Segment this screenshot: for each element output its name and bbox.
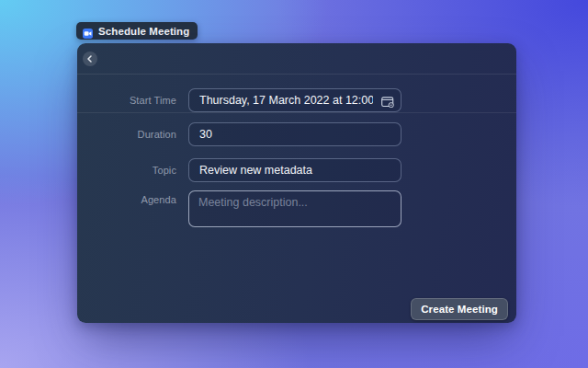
create-meeting-button[interactable]: Create Meeting	[411, 298, 508, 320]
start-time-label: Start Time	[77, 88, 176, 112]
section-divider	[77, 112, 516, 113]
window-title-badge: Schedule Meeting	[76, 22, 198, 40]
start-time-field	[188, 88, 401, 112]
topic-field	[188, 158, 401, 182]
window-header	[77, 43, 516, 75]
topic-input[interactable]	[188, 158, 401, 182]
duration-field	[188, 122, 401, 146]
desktop-background: Schedule Meeting Start Time Du	[0, 0, 588, 368]
agenda-textarea[interactable]	[188, 190, 401, 227]
schedule-meeting-window: Start Time Duration Topic Agenda Create …	[77, 43, 516, 323]
chevron-left-icon	[86, 55, 94, 63]
topic-label: Topic	[77, 158, 176, 182]
agenda-label: Agenda	[77, 194, 176, 206]
back-button[interactable]	[83, 52, 97, 66]
calendar-icon[interactable]	[381, 95, 394, 106]
duration-label: Duration	[77, 122, 176, 146]
duration-input[interactable]	[188, 122, 401, 146]
start-time-input[interactable]	[188, 88, 401, 112]
video-camera-icon	[83, 26, 93, 36]
window-title: Schedule Meeting	[98, 26, 189, 37]
